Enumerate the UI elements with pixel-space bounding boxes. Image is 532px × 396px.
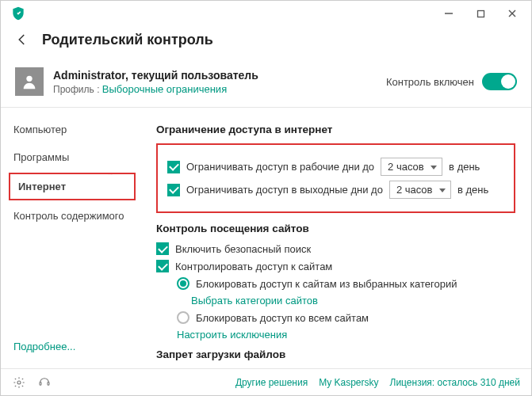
svg-point-4	[26, 76, 32, 82]
footer: Другие решения My Kaspersky Лицензия: ос…	[1, 368, 531, 395]
svg-point-6	[17, 381, 21, 384]
sidebar: Компьютер Программы Интернет Контроль со…	[1, 108, 144, 368]
main-body: Компьютер Программы Интернет Контроль со…	[1, 108, 531, 368]
configure-exceptions-link[interactable]: Настроить исключения	[177, 329, 515, 341]
page-header: Родительский контроль	[1, 26, 531, 59]
control-toggle[interactable]	[482, 73, 517, 90]
window-close-button[interactable]	[496, 2, 528, 25]
annotation-arrow-icon	[71, 174, 150, 175]
per-day-label-2: в день	[457, 184, 488, 196]
footer-my-kaspersky-link[interactable]: My Kaspersky	[319, 377, 378, 388]
safe-search-checkbox[interactable]	[156, 242, 169, 255]
limit-weekend-label: Ограничивать доступ в выходные дни до	[186, 184, 383, 196]
svg-rect-1	[477, 10, 484, 17]
back-button[interactable]	[13, 31, 31, 48]
section-downloads-title: Запрет загрузки файлов	[156, 348, 515, 360]
control-sites-checkbox[interactable]	[156, 260, 169, 272]
limit-weekend-hours-dropdown[interactable]: 2 часов	[389, 181, 451, 199]
sidebar-item-programs[interactable]: Программы	[1, 143, 144, 171]
profile-info: Administrator, текущий пользователь Проф…	[53, 69, 258, 95]
sidebar-more-link[interactable]: Подробнее...	[1, 333, 144, 360]
titlebar	[1, 1, 531, 26]
limit-weekday-checkbox[interactable]	[167, 161, 180, 173]
limit-weekend-checkbox[interactable]	[167, 184, 180, 196]
block-categories-radio[interactable]	[177, 277, 189, 290]
window-minimize-button[interactable]	[433, 2, 465, 25]
app-window: Родительский контроль Administrator, тек…	[0, 0, 532, 396]
block-categories-row: Блокировать доступ к сайтам из выбранных…	[177, 277, 515, 290]
page-title: Родительский контроль	[42, 32, 213, 48]
safe-search-label: Включить безопасный поиск	[175, 243, 311, 255]
sidebar-item-internet[interactable]: Интернет	[9, 173, 136, 200]
limit-weekday-row: Ограничивать доступ в рабочие дни до 2 ч…	[167, 158, 504, 176]
time-limits-highlight-box: Ограничивать доступ в рабочие дни до 2 ч…	[156, 143, 515, 213]
block-all-label: Блокировать доступ ко всем сайтам	[196, 312, 369, 324]
limit-weekday-hours-dropdown[interactable]: 2 часов	[381, 158, 442, 176]
profile-subtitle: Профиль : Выборочные ограничения	[53, 83, 258, 95]
window-maximize-button[interactable]	[465, 2, 496, 25]
section-internet-limit-title: Ограничение доступа в интернет	[156, 124, 515, 135]
sidebar-item-internet-wrapper: Интернет	[1, 171, 144, 202]
profile-name: Administrator, текущий пользователь	[53, 69, 258, 82]
block-all-radio[interactable]	[177, 311, 189, 324]
safe-search-row: Включить безопасный поиск	[156, 242, 515, 255]
per-day-label: в день	[449, 161, 480, 173]
block-all-row: Блокировать доступ ко всем сайтам	[177, 311, 515, 324]
profile-restrictions-link[interactable]: Выборочные ограничения	[102, 83, 227, 95]
choose-categories-link[interactable]: Выбрать категории сайтов	[191, 295, 515, 307]
control-sites-row: Контролировать доступ к сайтам	[156, 260, 515, 272]
footer-other-solutions-link[interactable]: Другие решения	[235, 377, 308, 388]
section-sites-title: Контроль посещения сайтов	[156, 223, 515, 234]
control-toggle-label: Контроль включен	[386, 76, 474, 88]
sidebar-item-computer[interactable]: Компьютер	[1, 116, 144, 143]
limit-weekend-row: Ограничивать доступ в выходные дни до 2 …	[167, 181, 504, 199]
support-icon[interactable]	[37, 375, 52, 390]
content-panel: Ограничение доступа в интернет Ограничив…	[144, 108, 531, 368]
profile-bar: Administrator, текущий пользователь Проф…	[1, 59, 531, 108]
settings-icon[interactable]	[12, 375, 26, 390]
control-sites-label: Контролировать доступ к сайтам	[175, 261, 332, 272]
block-categories-label: Блокировать доступ к сайтам из выбранных…	[196, 278, 457, 290]
avatar-icon	[15, 67, 44, 96]
footer-license-link[interactable]: Лицензия: осталось 310 дней	[390, 377, 520, 388]
app-logo-icon	[10, 6, 26, 21]
limit-weekday-label: Ограничивать доступ в рабочие дни до	[186, 161, 374, 173]
sidebar-item-content-control[interactable]: Контроль содержимого	[1, 202, 144, 230]
